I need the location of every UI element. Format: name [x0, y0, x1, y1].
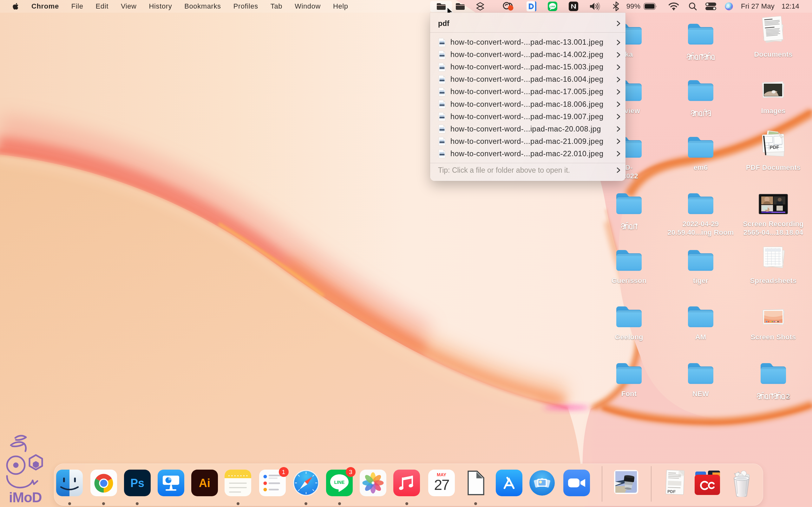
svg-text:iMoD: iMoD — [9, 490, 42, 505]
svg-text:LINE: LINE — [334, 480, 345, 485]
svg-text:2: 2 — [786, 392, 790, 400]
svg-text:PDF: PDF — [667, 489, 676, 494]
svg-text:Ps: Ps — [130, 476, 144, 490]
svg-text:27: 27 — [434, 476, 449, 493]
svg-text:LINE: LINE — [550, 5, 555, 8]
svg-text:PDF: PDF — [769, 144, 779, 150]
svg-text:Ai: Ai — [199, 476, 210, 490]
